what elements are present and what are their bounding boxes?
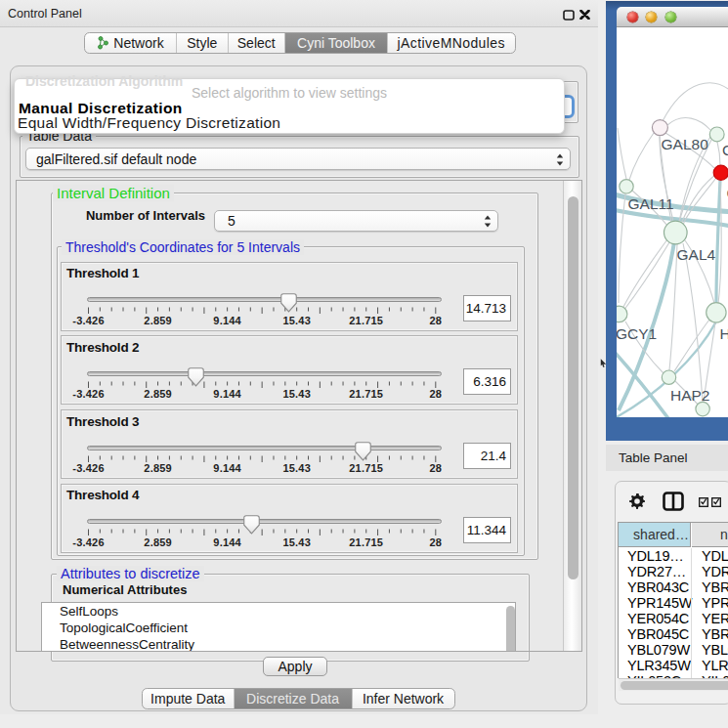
svg-text:GAL11: GAL11 — [628, 195, 674, 212]
svg-text:GA: GA — [722, 142, 728, 158]
svg-text:GCY1: GCY1 — [617, 325, 657, 342]
svg-text:HAP2: HAP2 — [670, 387, 710, 404]
svg-text:H: H — [720, 325, 728, 342]
svg-text:GAL80: GAL80 — [662, 136, 709, 152]
svg-text:GAL4: GAL4 — [677, 246, 716, 263]
